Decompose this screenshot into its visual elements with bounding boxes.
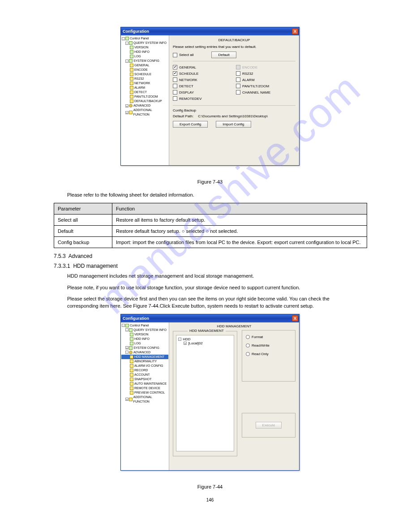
cb-network[interactable]: NETWORK <box>173 77 232 82</box>
tree-encode[interactable]: ENCODE <box>121 68 168 72</box>
radio-icon <box>246 352 250 356</box>
tree-version-2[interactable]: VERSION <box>121 332 168 337</box>
tree-detect[interactable]: DETECT <box>121 90 168 94</box>
tree-log-2[interactable]: LOG <box>121 341 168 346</box>
table-row: Parameter Function <box>54 203 367 215</box>
figure-caption-2: Figure 7-44 <box>40 484 380 489</box>
tree-sysconf-2[interactable]: +SYSTEM CONFIG <box>121 346 168 350</box>
cb-general[interactable]: ✔GENERAL <box>173 65 232 69</box>
tree-network[interactable]: NETWORK <box>121 81 168 86</box>
tree-remote-device[interactable]: REMOTE DEVICE <box>121 386 168 390</box>
expand-icon[interactable]: + <box>125 104 128 107</box>
folder-icon <box>130 369 133 372</box>
execute-button[interactable]: Execute <box>256 422 282 429</box>
cb-schedule[interactable]: ✔SCHEDULE <box>173 71 232 76</box>
collapse-icon[interactable]: - <box>122 324 125 327</box>
tree-root-2[interactable]: -Control Panel <box>121 323 168 328</box>
checkbox-icon <box>173 77 177 82</box>
td-param: Default <box>54 226 112 237</box>
expand-icon[interactable]: + <box>125 111 128 114</box>
cb-ptz[interactable]: PAN/TILT/ZOOM <box>236 84 295 88</box>
folder-icon <box>130 382 133 386</box>
tree-system-config[interactable]: -SYSTEM CONFIG <box>121 59 168 63</box>
table-intro-text: Please refer to the following sheet for … <box>67 192 345 198</box>
table-row: Config backup Import: import the configu… <box>54 237 367 248</box>
right-pane-1: DEFAULT/BACKUP Please select setting ent… <box>169 35 299 165</box>
close-button-2[interactable]: X <box>292 315 298 322</box>
hdd-root-node[interactable]: - HDD <box>178 337 232 341</box>
collapse-icon[interactable]: - <box>125 60 128 63</box>
tree-schedule[interactable]: SCHEDULE <box>121 72 168 77</box>
folder-icon <box>130 90 133 94</box>
folder-icon <box>130 73 133 76</box>
tree-alarm[interactable]: ALARM <box>121 86 168 90</box>
group-title-hdd: HDD MANAGEMENT <box>173 324 295 328</box>
page-number: 146 <box>40 498 380 502</box>
cb-encode: ENCODE <box>236 65 295 69</box>
expand-icon[interactable]: + <box>125 346 128 349</box>
cb-rs232[interactable]: RS232 <box>236 71 295 76</box>
right-pane-2: HDD MANAGEMENT HDD MANAGEMENT - HDD + [L… <box>169 322 299 470</box>
folder-icon <box>130 373 133 377</box>
parameters-table: Parameter Function Select all Restore al… <box>54 203 367 248</box>
titlebar-1: Configuration X <box>121 27 299 35</box>
collapse-icon[interactable]: - <box>125 328 128 331</box>
hdd-inner-legend: HDD MANAGEMENT <box>188 329 226 333</box>
folder-icon <box>130 95 133 99</box>
cb-remotedev[interactable]: REMOTEDEV <box>173 96 232 101</box>
titlebar-2: Configuration X <box>121 314 299 322</box>
tree-ptz[interactable]: PAN/TILT/ZOOM <box>121 94 168 99</box>
collapse-icon[interactable]: - <box>178 338 181 341</box>
folder-icon <box>130 64 133 67</box>
folder-icon <box>129 346 133 350</box>
cb-channel-name[interactable]: CHANNEL NAME <box>236 90 295 94</box>
folder-icon <box>130 86 133 90</box>
tree-root[interactable]: -Control Panel <box>121 36 168 41</box>
hdd-local-item[interactable]: + [Local]02 <box>178 341 232 345</box>
cb-alarm[interactable]: ALARM <box>236 77 295 82</box>
tree-query-2[interactable]: -QUERY SYSTEM INFO <box>121 328 168 332</box>
collapse-icon[interactable]: - <box>122 37 125 40</box>
checkbox-icon <box>173 96 177 101</box>
expand-icon[interactable]: + <box>125 398 128 401</box>
import-config-button[interactable]: Import Config <box>216 121 251 128</box>
tree-log[interactable]: LOG <box>121 54 168 59</box>
hdd-note: Please note, if you want to use local st… <box>67 284 354 291</box>
gear-icon <box>129 104 133 107</box>
tree-advanced-2[interactable]: -ADVANCED <box>121 350 168 355</box>
tree-default-backup[interactable]: DEFAULT/BACKUP <box>121 99 168 103</box>
tree-rs232[interactable]: RS232 <box>121 77 168 81</box>
tree-advanced[interactable]: +ADVANCED <box>121 103 168 108</box>
tree-addfunc[interactable]: +ADDITIONAL FUNCTION <box>121 108 168 117</box>
export-config-button[interactable]: Export Config <box>173 121 208 128</box>
radio-format[interactable]: Format <box>246 335 291 339</box>
tree-preview-control[interactable]: PREVIEW CONTROL <box>121 390 168 395</box>
select-all-checkbox[interactable]: Select all <box>173 53 193 57</box>
tree-hddinfo-2[interactable]: HDD INFO <box>121 337 168 341</box>
tree-hddinfo[interactable]: HDD INFO <box>121 50 168 54</box>
radio-readwrite[interactable]: Read/Write <box>246 343 291 348</box>
tree-abnormality[interactable]: ABNORMALITY <box>121 359 168 364</box>
collapse-icon[interactable]: - <box>125 351 128 354</box>
tree-alarm-io[interactable]: ALARM I/O CONFIG <box>121 364 168 368</box>
tree-automaint[interactable]: AUTO MAINTENANCE <box>121 382 168 386</box>
tree-account[interactable]: ACCOUNT <box>121 373 168 377</box>
tree-general[interactable]: GENERAL <box>121 63 168 68</box>
hdd-intro-par: HDD management includes net storage mana… <box>67 273 345 279</box>
cb-display[interactable]: DISPLAY <box>173 90 232 94</box>
checkbox-icon <box>236 77 240 82</box>
tree-record[interactable]: RECORD <box>121 368 168 373</box>
radio-readonly[interactable]: Read Only <box>246 352 291 356</box>
tree-version[interactable]: VERSION <box>121 45 168 50</box>
collapse-icon[interactable]: - <box>125 42 128 45</box>
tree-snapshot[interactable]: SNAPSHOT <box>121 377 168 382</box>
checkbox-icon <box>173 53 177 57</box>
tree-hdd-management[interactable]: HDD MANAGEMENT <box>121 355 168 359</box>
close-button-1[interactable]: X <box>292 28 298 34</box>
tree-addfunc-2[interactable]: +ADDITIONAL FUNCTION <box>121 395 168 404</box>
expand-icon[interactable]: + <box>184 342 187 345</box>
default-button[interactable]: Default <box>211 51 236 58</box>
tree-query-sysinfo[interactable]: -QUERY SYSTEM INFO <box>121 41 168 45</box>
cb-detect[interactable]: DETECT <box>173 84 232 88</box>
hdd-list[interactable]: - HDD + [Local]02 <box>176 335 234 451</box>
